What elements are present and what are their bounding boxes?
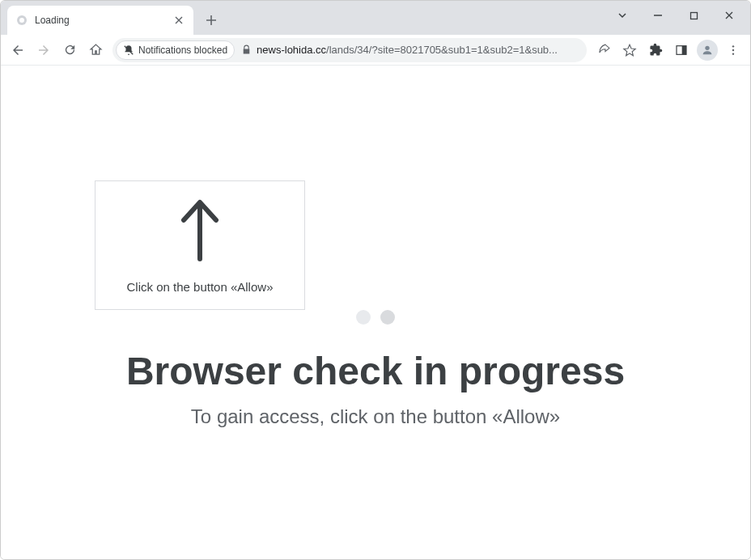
browser-toolbar: Notifications blocked news-lohida.cc/lan… <box>1 35 750 66</box>
minimize-button[interactable] <box>640 3 676 28</box>
tab-favicon-icon <box>15 14 28 27</box>
bookmark-button[interactable] <box>617 38 642 62</box>
svg-point-1 <box>19 18 24 23</box>
spinner-dot-icon <box>380 310 395 325</box>
svg-point-6 <box>732 45 734 47</box>
profile-button[interactable] <box>695 38 719 62</box>
svg-point-7 <box>732 49 734 50</box>
menu-button[interactable] <box>721 38 745 62</box>
lock-icon[interactable] <box>241 45 252 55</box>
tab-title: Loading <box>35 15 172 26</box>
maximize-button[interactable] <box>676 3 711 28</box>
svg-rect-2 <box>690 12 697 19</box>
browser-tab[interactable]: Loading <box>7 6 193 35</box>
browser-titlebar: Loading <box>1 1 750 35</box>
callout-text: Click on the button «Allow» <box>127 280 274 294</box>
sidepanel-button[interactable] <box>669 38 694 62</box>
chevron-down-icon[interactable] <box>605 3 640 28</box>
url-text: news-lohida.cc/lands/34/?site=8021705&su… <box>257 44 579 56</box>
home-button[interactable] <box>83 38 108 62</box>
window-controls <box>605 1 747 30</box>
notifications-blocked-chip[interactable]: Notifications blocked <box>116 40 235 60</box>
url-domain: news-lohida.cc <box>257 44 326 56</box>
spinner-dot-icon <box>356 310 371 325</box>
svg-point-8 <box>732 53 734 54</box>
page-headline: Browser check in progress <box>1 349 750 393</box>
new-tab-button[interactable] <box>200 9 223 32</box>
avatar-icon <box>697 40 718 61</box>
svg-point-5 <box>705 45 709 49</box>
svg-rect-4 <box>682 45 686 54</box>
reload-button[interactable] <box>57 38 82 62</box>
notifications-blocked-label: Notifications blocked <box>138 45 227 56</box>
close-window-button[interactable] <box>711 3 747 28</box>
extensions-button[interactable] <box>643 38 668 62</box>
page-content: Click on the button «Allow» Browser chec… <box>1 66 750 559</box>
url-path: /lands/34/?site=8021705&sub1=1&sub2=1&su… <box>326 44 558 56</box>
page-subhead: To gain access, click on the button «All… <box>1 405 750 428</box>
allow-callout-box: Click on the button «Allow» <box>95 180 305 310</box>
bell-off-icon <box>123 45 134 56</box>
loading-spinner <box>356 310 395 325</box>
forward-button[interactable] <box>32 38 56 62</box>
arrow-up-icon <box>177 197 223 265</box>
tab-close-button[interactable] <box>172 14 185 27</box>
back-button[interactable] <box>6 38 30 62</box>
share-button[interactable] <box>592 38 616 62</box>
address-bar[interactable]: Notifications blocked news-lohida.cc/lan… <box>112 38 587 62</box>
